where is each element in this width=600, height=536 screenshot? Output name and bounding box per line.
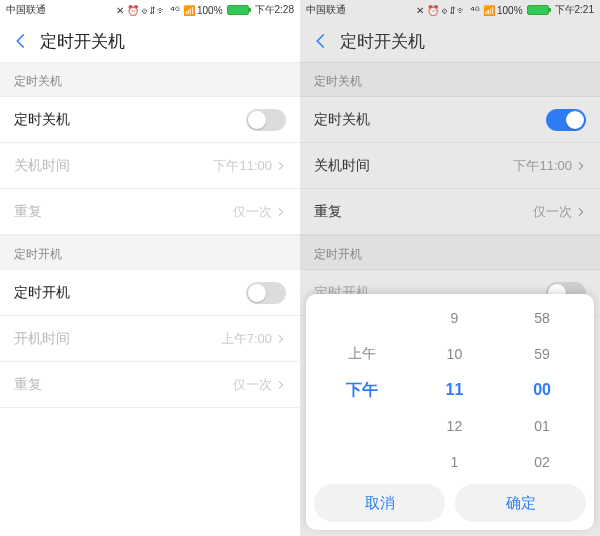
row-label: 关机时间: [314, 157, 513, 175]
chevron-right-icon: [576, 161, 586, 171]
carrier-label: 中国联通: [306, 3, 346, 17]
page-title: 定时开关机: [40, 30, 125, 53]
row-shutdown-time[interactable]: 关机时间 下午11:00: [0, 143, 300, 189]
chevron-right-icon: [276, 380, 286, 390]
time-picker-columns: 上午 下午 · 9 10 11 12 1 58 59 00 01 02: [314, 300, 586, 480]
time-picker-sheet: 上午 下午 · 9 10 11 12 1 58 59 00 01 02: [306, 294, 594, 530]
carrier-label: 中国联通: [6, 3, 46, 17]
row-value: 下午11:00: [213, 157, 272, 175]
phone-screen-left: 中国联通 ✕ ⏰ ⊘ ⇵ ᯤ ⁴ᴳ 📶 100% 下午2:28 定时开关机 定时…: [0, 0, 300, 536]
status-icons: ✕ ⏰ ⊘ ⇵ ᯤ ⁴ᴳ 📶 100% 下午2:21: [416, 3, 594, 17]
phone-screen-right: 中国联通 ✕ ⏰ ⊘ ⇵ ᯤ ⁴ᴳ 📶 100% 下午2:21 定时开关机 定时…: [300, 0, 600, 536]
chevron-right-icon: [576, 207, 586, 217]
app-header: 定时开关机: [0, 20, 300, 62]
picker-option[interactable]: 10: [447, 341, 463, 367]
status-glyphs: ✕ ⏰ ⊘ ⇵ ᯤ ⁴ᴳ 📶: [116, 5, 195, 16]
arrow-left-icon: [312, 32, 330, 50]
back-button[interactable]: [8, 28, 34, 54]
row-label: 重复: [314, 203, 533, 221]
chevron-right-icon: [276, 161, 286, 171]
status-clock: 下午2:21: [555, 3, 594, 17]
row-label: 关机时间: [14, 157, 213, 175]
section-header-startup: 定时开机: [300, 235, 600, 270]
picker-option[interactable]: 58: [534, 305, 550, 331]
section-header-shutdown: 定时关机: [300, 62, 600, 97]
row-value: 下午11:00: [513, 157, 572, 175]
app-header: 定时开关机: [300, 20, 600, 62]
battery-icon: [227, 5, 249, 15]
picker-option[interactable]: 02: [534, 449, 550, 475]
row-value: 上午7:00: [221, 330, 272, 348]
picker-option[interactable]: 59: [534, 341, 550, 367]
picker-option[interactable]: 上午: [348, 341, 376, 367]
picker-option[interactable]: 1: [450, 449, 458, 475]
row-label: 开机时间: [14, 330, 221, 348]
picker-option-selected[interactable]: 下午: [346, 377, 378, 403]
confirm-button[interactable]: 确定: [455, 484, 586, 522]
cancel-button[interactable]: 取消: [314, 484, 445, 522]
row-value: 仅一次: [233, 203, 272, 221]
picker-col-minute[interactable]: 58 59 00 01 02: [498, 300, 586, 480]
status-bar: 中国联通 ✕ ⏰ ⊘ ⇵ ᯤ ⁴ᴳ 📶 100% 下午2:21: [300, 0, 600, 20]
row-label: 定时开机: [14, 284, 246, 302]
row-startup-repeat[interactable]: 重复 仅一次: [0, 362, 300, 408]
picker-col-hour[interactable]: 9 10 11 12 1: [411, 300, 499, 480]
row-label: 重复: [14, 203, 233, 221]
chevron-right-icon: [276, 334, 286, 344]
row-shutdown-toggle[interactable]: 定时关机: [0, 97, 300, 143]
section-header-shutdown: 定时关机: [0, 62, 300, 97]
row-label: 定时关机: [14, 111, 246, 129]
row-shutdown-repeat[interactable]: 重复 仅一次: [300, 189, 600, 235]
row-value: 仅一次: [233, 376, 272, 394]
status-bar: 中国联通 ✕ ⏰ ⊘ ⇵ ᯤ ⁴ᴳ 📶 100% 下午2:28: [0, 0, 300, 20]
status-glyphs: ✕ ⏰ ⊘ ⇵ ᯤ ⁴ᴳ 📶: [416, 5, 495, 16]
back-button[interactable]: [308, 28, 334, 54]
row-value: 仅一次: [533, 203, 572, 221]
picker-option[interactable]: 01: [534, 413, 550, 439]
picker-col-ampm[interactable]: 上午 下午 ·: [314, 300, 411, 480]
row-shutdown-repeat[interactable]: 重复 仅一次: [0, 189, 300, 235]
battery-icon: [527, 5, 549, 15]
battery-pct: 100%: [497, 5, 523, 16]
battery-pct: 100%: [197, 5, 223, 16]
page-title: 定时开关机: [340, 30, 425, 53]
arrow-left-icon: [12, 32, 30, 50]
picker-option[interactable]: 9: [450, 305, 458, 331]
status-clock: 下午2:28: [255, 3, 294, 17]
row-label: 重复: [14, 376, 233, 394]
row-startup-toggle[interactable]: 定时开机: [0, 270, 300, 316]
row-label: 定时关机: [314, 111, 546, 129]
picker-option-selected[interactable]: 00: [533, 377, 551, 403]
toggle-shutdown[interactable]: [546, 109, 586, 131]
status-icons: ✕ ⏰ ⊘ ⇵ ᯤ ⁴ᴳ 📶 100% 下午2:28: [116, 3, 294, 17]
chevron-right-icon: [276, 207, 286, 217]
row-shutdown-toggle[interactable]: 定时关机: [300, 97, 600, 143]
toggle-startup[interactable]: [246, 282, 286, 304]
picker-option-selected[interactable]: 11: [445, 377, 463, 403]
toggle-shutdown[interactable]: [246, 109, 286, 131]
row-startup-time[interactable]: 开机时间 上午7:00: [0, 316, 300, 362]
row-shutdown-time[interactable]: 关机时间 下午11:00: [300, 143, 600, 189]
picker-option[interactable]: 12: [447, 413, 463, 439]
section-header-startup: 定时开机: [0, 235, 300, 270]
